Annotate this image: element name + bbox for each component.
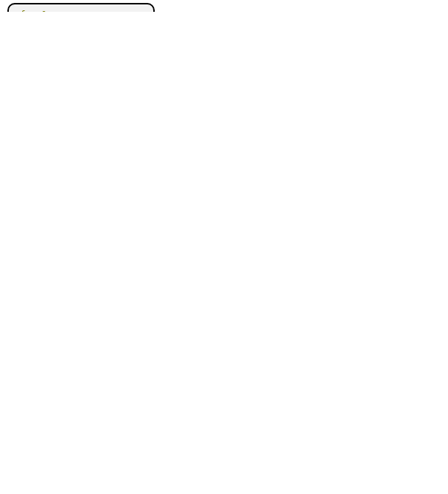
func-label: <func0>: <box>15 10 57 12</box>
left-column: <func0>: mov %edi,%eax and $0x1,%eax ret… <box>7 3 162 12</box>
asm-block-1: <func0>: mov %edi,%eax and $0x1,%eax ret… <box>7 3 155 12</box>
